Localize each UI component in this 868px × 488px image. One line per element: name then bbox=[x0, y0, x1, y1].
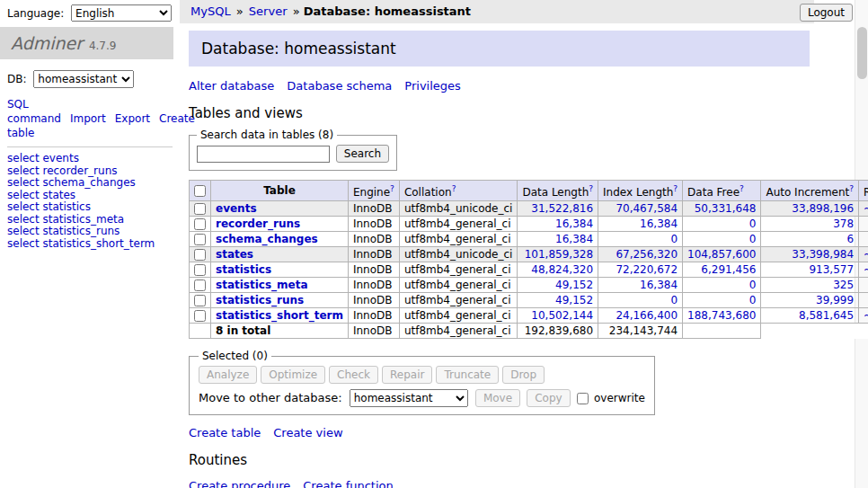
column-help-link[interactable]: ? bbox=[673, 184, 678, 193]
row-checkbox[interactable] bbox=[194, 218, 206, 230]
table-name-link[interactable]: statistics_short_term bbox=[216, 309, 343, 322]
drop-button[interactable]: Drop bbox=[502, 366, 545, 384]
create-table-link[interactable]: Create table bbox=[189, 426, 261, 439]
data-length-cell-link[interactable]: 49,152 bbox=[555, 279, 593, 291]
rows-cell-link[interactable]: ~ 136,108 bbox=[864, 309, 868, 322]
data-free-cell-link[interactable]: 0 bbox=[749, 294, 757, 306]
database-schema-link[interactable]: Database schema bbox=[287, 79, 392, 93]
column-help-link[interactable]: ? bbox=[740, 184, 744, 193]
row-checkbox[interactable] bbox=[194, 279, 206, 291]
index-length-cell-link[interactable]: 67,256,320 bbox=[616, 248, 678, 261]
rows-cell-link[interactable]: ~ 312,180 bbox=[864, 202, 868, 215]
data-length-cell-link[interactable]: 48,824,320 bbox=[531, 263, 593, 276]
table-name-link[interactable]: recorder_runs bbox=[216, 217, 300, 230]
index-length-cell-link[interactable]: 0 bbox=[670, 233, 678, 245]
index-length-cell-link[interactable]: 0 bbox=[670, 294, 678, 306]
sidebar-select-events[interactable]: select events bbox=[7, 152, 79, 164]
data-length-cell-link[interactable]: 101,859,328 bbox=[525, 248, 593, 261]
table-name-link[interactable]: statistics_meta bbox=[216, 279, 308, 291]
create-function-link[interactable]: Create function bbox=[303, 479, 393, 488]
create-view-link[interactable]: Create view bbox=[273, 426, 342, 439]
overwrite-checkbox[interactable] bbox=[577, 393, 589, 404]
sidebar-link-export[interactable]: Export bbox=[115, 112, 150, 125]
row-checkbox[interactable] bbox=[194, 203, 206, 215]
table-name-link[interactable]: statistics_runs bbox=[216, 294, 304, 306]
rows-cell-link[interactable]: ~ 569,159 bbox=[864, 263, 868, 276]
table-name-link[interactable]: schema_changes bbox=[216, 233, 318, 245]
truncate-button[interactable]: Truncate bbox=[436, 366, 499, 384]
data-free-cell-link[interactable]: 6,291,456 bbox=[701, 263, 756, 276]
index-length-cell-link[interactable]: 16,384 bbox=[640, 217, 678, 230]
sidebar-select-schema-changes[interactable]: select schema_changes bbox=[7, 176, 136, 189]
table-name-link[interactable]: events bbox=[216, 202, 257, 215]
move-button[interactable]: Move bbox=[475, 389, 520, 407]
column-help-link[interactable]: ? bbox=[390, 184, 394, 193]
data-length-cell-link[interactable]: 49,152 bbox=[555, 294, 593, 306]
check-button[interactable]: Check bbox=[329, 366, 378, 384]
sidebar-select-statistics-runs[interactable]: select statistics_runs bbox=[7, 225, 120, 237]
table-name-link[interactable]: states bbox=[216, 248, 253, 261]
data-length-cell-link[interactable]: 16,384 bbox=[555, 217, 593, 230]
index-length-cell-link[interactable]: 24,166,400 bbox=[616, 309, 678, 322]
move-db-select[interactable]: homeassistant bbox=[350, 389, 468, 407]
optimize-button[interactable]: Optimize bbox=[261, 366, 325, 384]
auto-increment-cell-link[interactable]: 378 bbox=[833, 217, 854, 230]
auto-increment-cell-link[interactable]: 6 bbox=[846, 233, 854, 245]
index-length-cell-link[interactable]: 70,467,584 bbox=[616, 202, 678, 215]
row-checkbox[interactable] bbox=[194, 264, 206, 276]
sidebar-select-statistics[interactable]: select statistics bbox=[7, 200, 91, 213]
data-length-cell: 16,384 bbox=[518, 217, 598, 232]
select-all-checkbox[interactable] bbox=[194, 185, 206, 197]
data-free-cell-link[interactable]: 188,743,680 bbox=[687, 309, 756, 322]
auto-increment-cell-link[interactable]: 8,581,645 bbox=[799, 309, 854, 322]
auto-increment-cell-link[interactable]: 913,577 bbox=[809, 263, 854, 276]
data-length-cell-link[interactable]: 16,384 bbox=[555, 233, 593, 245]
column-help-link[interactable]: ? bbox=[452, 184, 456, 193]
row-checkbox[interactable] bbox=[194, 310, 206, 322]
data-free-cell-link[interactable]: 0 bbox=[749, 217, 757, 230]
sidebar-select-statistics-meta[interactable]: select statistics_meta bbox=[7, 213, 124, 226]
repair-button[interactable]: Repair bbox=[382, 366, 432, 384]
column-help-link[interactable]: ? bbox=[589, 184, 593, 193]
index-length-cell-link[interactable]: 72,220,672 bbox=[616, 263, 678, 276]
logout-button[interactable]: Logout bbox=[800, 4, 853, 22]
sidebar-link-sql-command[interactable]: SQL command bbox=[7, 98, 61, 125]
data-free-cell-link[interactable]: 50,331,648 bbox=[695, 202, 757, 215]
column-help-link[interactable]: ? bbox=[849, 184, 854, 193]
auto-increment-cell-link[interactable]: 33,898,196 bbox=[792, 202, 854, 215]
auto-increment-cell-link[interactable]: 325 bbox=[833, 279, 854, 291]
db-select[interactable]: homeassistant bbox=[33, 70, 134, 88]
index-length-cell-link[interactable]: 16,384 bbox=[640, 279, 678, 291]
rows-cell-link[interactable]: ~ 299,833 bbox=[864, 248, 868, 261]
data-length-cell-link[interactable]: 10,502,144 bbox=[531, 309, 593, 322]
search-input[interactable] bbox=[197, 146, 330, 163]
scrollbar-thumb[interactable] bbox=[857, 27, 867, 79]
row-checkbox[interactable] bbox=[194, 295, 206, 306]
search-button[interactable]: Search bbox=[336, 145, 389, 163]
language-select[interactable]: English bbox=[71, 4, 172, 22]
app-name: Adminer bbox=[11, 33, 83, 53]
data-free-cell-link[interactable]: 104,857,600 bbox=[687, 248, 756, 261]
privileges-link[interactable]: Privileges bbox=[404, 79, 461, 93]
data-free-cell-link[interactable]: 0 bbox=[749, 279, 757, 291]
table-name-link[interactable]: statistics bbox=[216, 263, 271, 276]
breadcrumb-link-mysql[interactable]: MySQL bbox=[190, 4, 231, 18]
row-checkbox[interactable] bbox=[194, 249, 206, 261]
overwrite-label[interactable]: overwrite bbox=[594, 392, 645, 404]
analyze-button[interactable]: Analyze bbox=[199, 366, 257, 384]
auto-increment-cell-link[interactable]: 33,398,984 bbox=[792, 248, 854, 261]
sidebar-select-states[interactable]: select states bbox=[7, 189, 75, 201]
language-label: Language: bbox=[7, 7, 64, 20]
data-length-cell-link[interactable]: 31,522,816 bbox=[531, 202, 593, 215]
alter-database-link[interactable]: Alter database bbox=[189, 79, 274, 93]
total-data-free-cell bbox=[683, 324, 761, 339]
sidebar-link-import[interactable]: Import bbox=[70, 112, 106, 125]
data-free-cell-link[interactable]: 0 bbox=[749, 233, 757, 245]
copy-button[interactable]: Copy bbox=[527, 389, 570, 407]
row-checkbox[interactable] bbox=[194, 234, 206, 245]
sidebar-select-recorder-runs[interactable]: select recorder_runs bbox=[7, 164, 118, 177]
sidebar-select-statistics-short-term[interactable]: select statistics_short_term bbox=[7, 237, 155, 250]
breadcrumb-link-server[interactable]: Server bbox=[249, 4, 288, 18]
create-procedure-link[interactable]: Create procedure bbox=[189, 479, 290, 488]
auto-increment-cell-link[interactable]: 39,999 bbox=[816, 294, 854, 306]
